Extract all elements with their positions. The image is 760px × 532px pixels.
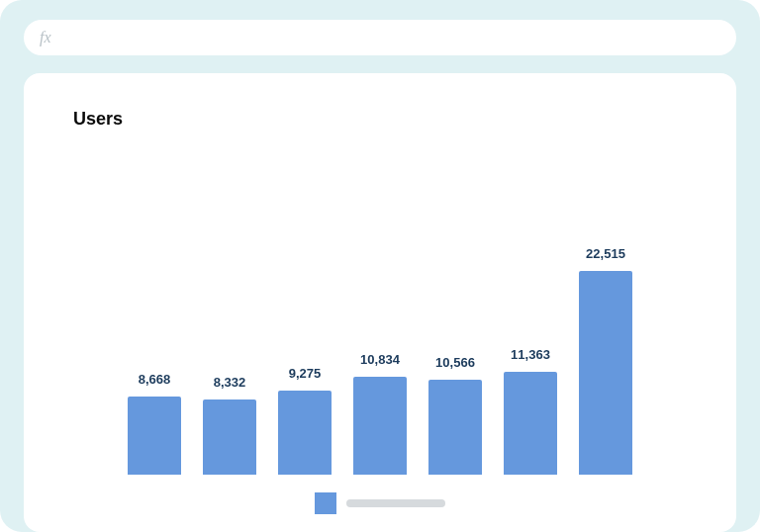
fx-icon: fx <box>40 29 51 46</box>
legend-swatch <box>315 492 336 514</box>
bar-value-label: 10,566 <box>435 355 475 370</box>
bar-value-label: 22,515 <box>586 246 625 261</box>
bar <box>579 271 632 475</box>
bar-wrap: 11,363 <box>504 347 557 475</box>
bar-value-label: 8,332 <box>214 375 246 390</box>
card-title: Users <box>73 109 695 130</box>
bar-wrap: 9,275 <box>278 366 332 475</box>
bar <box>428 380 482 475</box>
bar-wrap: 22,515 <box>579 246 632 475</box>
app-frame: fx Users 8,6688,3329,27510,83410,56611,3… <box>0 0 760 532</box>
formula-bar[interactable]: fx <box>24 20 736 55</box>
legend-label-placeholder <box>346 499 445 507</box>
bar-value-label: 9,275 <box>289 366 322 381</box>
chart-card: Users 8,6688,3329,27510,83410,56611,3632… <box>24 73 736 532</box>
bar-chart: 8,6688,3329,27510,83410,56611,36322,515 <box>65 167 695 475</box>
bar-wrap: 8,668 <box>128 372 181 475</box>
bar <box>504 372 557 475</box>
bar <box>278 391 332 475</box>
bar-wrap: 10,566 <box>428 355 482 475</box>
bar <box>353 377 407 475</box>
bar-value-label: 11,363 <box>511 347 550 362</box>
bar-value-label: 8,668 <box>139 372 171 387</box>
chart-legend <box>65 475 695 532</box>
bar-wrap: 10,834 <box>353 352 407 475</box>
bar-wrap: 8,332 <box>203 375 256 475</box>
bar <box>128 397 181 475</box>
bar-value-label: 10,834 <box>360 352 400 367</box>
bar <box>203 399 256 475</box>
formula-input[interactable] <box>59 30 720 45</box>
